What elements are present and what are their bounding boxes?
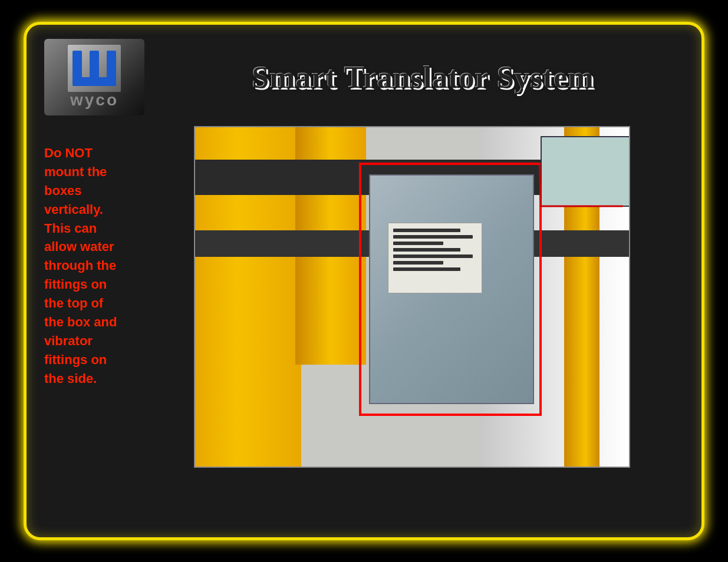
- label-line-4: [393, 248, 460, 252]
- logo-background: wyco: [44, 39, 144, 115]
- main-photo: [194, 126, 630, 468]
- zoom-box: [541, 136, 630, 207]
- box-label-plate: [388, 223, 482, 293]
- main-frame: wyco Smart Translator System Do NOTmount…: [24, 22, 704, 540]
- image-area: [194, 126, 684, 515]
- logo-area: wyco: [44, 39, 144, 115]
- warning-line-1: Do NOTmount theboxesvertically.This cana…: [44, 146, 117, 386]
- photo-background: [195, 127, 629, 467]
- label-line-7: [393, 267, 460, 271]
- junction-box: [369, 174, 534, 404]
- label-line-2: [393, 235, 473, 239]
- wyco-w-icon: [68, 45, 121, 94]
- warning-text: Do NOTmount theboxesvertically.This cana…: [44, 144, 180, 388]
- svg-rect-5: [73, 77, 116, 86]
- page-title: Smart Translator System: [162, 60, 684, 95]
- label-line-5: [393, 254, 473, 258]
- label-line-6: [393, 261, 443, 265]
- label-line-1: [393, 229, 460, 232]
- content-row: Do NOTmount theboxesvertically.This cana…: [44, 126, 684, 523]
- warning-panel: Do NOTmount theboxesvertically.This cana…: [44, 126, 180, 388]
- label-line-3: [393, 242, 443, 245]
- header-row: wyco Smart Translator System: [44, 39, 684, 115]
